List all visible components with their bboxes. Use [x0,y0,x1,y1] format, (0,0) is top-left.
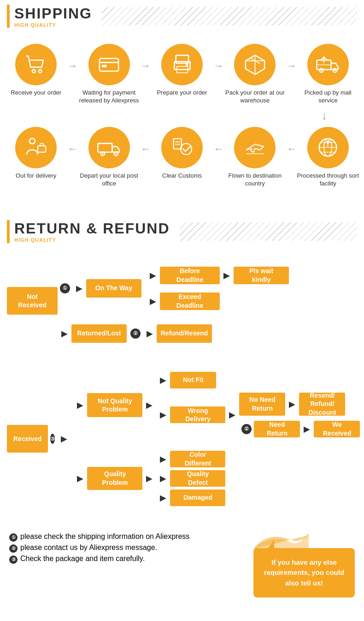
arrow-down-connector: ↓ [5,109,359,122]
step-prepare-label: Prepare your order [157,89,207,97]
return-title-block: RETURN & REFUND HIGH QUALITY [14,220,170,243]
step-processed-circle [307,127,349,168]
fn-text-3: Check the package and item carefully. [20,555,145,563]
step-receive-circle [15,44,57,85]
footnote-1: ① please check the shipping information … [9,532,244,542]
svg-rect-2 [102,65,106,67]
arrow-to-we-received: ▶ [304,424,310,434]
arrow-3-4: → [213,60,223,72]
pls-wait-box: Pls wait kindly [234,267,289,284]
arrow-not-quality: ▶ [77,400,83,410]
footnotes-section: ① please check the shipping information … [9,531,244,566]
on-the-way-row: ▶ On The Way ▶ Before Deadline ▶ Pls wai… [72,263,289,314]
arrow-2-3: → [141,60,151,72]
arrow-to-ontheway: ▶ [76,283,82,293]
exceed-deadline-row: ▶ Exceed Deadline [146,293,289,310]
arrow-not-fit: ▶ [160,375,166,385]
bottom-section: ① please check the shipping information … [0,526,364,607]
step-pack-label: Pack your order at our warehouse [223,89,286,105]
arrow-r2-3: → [213,143,223,155]
badge-2b: ② [241,424,252,434]
svg-point-6 [186,63,188,66]
return-sub-title: HIGH QUALITY [14,237,170,243]
no-need-return-box: No Need Return [239,393,285,416]
fn-text-2: please contact us by Aliexpress message. [20,543,157,552]
step-receive: Receive your order [5,44,67,97]
arrow-4-5: → [287,60,297,72]
print-icon [170,52,195,78]
not-fit-box: Not Fit [170,372,216,388]
badge-2a: ② [130,328,141,339]
svg-point-29 [181,143,192,155]
fn-text-1: please check the shipping information on… [20,532,189,541]
delivery-truck-icon [315,52,341,78]
step-pickup: Picked up by mail service [297,44,359,105]
step-customs: Clear Customs [151,127,213,180]
before-deadline-row: ▶ Before Deadline ▶ Pls wait kindly [146,267,289,284]
shipping-header: SHIPPING HIGH QUALITY [0,0,364,32]
fn-badge-2: ② [9,544,18,553]
globe-icon [315,135,341,160]
arrow-to-resend: ▶ [289,399,295,409]
arrow-1-2: → [67,60,77,72]
step-outdelivery: Out for delivery [5,127,67,180]
step-flown-label: Flown to destination country [223,172,286,188]
step-flown: Flown to destination country [223,127,286,188]
bubble-text: If you have any else requirements, you c… [264,558,344,587]
not-received-box: Not Received [7,287,58,315]
before-deadline-box: Before Deadline [160,267,220,284]
arrow-damaged: ▶ [160,493,166,503]
we-received-box: We Received [314,421,360,437]
step-outdelivery-circle [15,127,57,168]
header-hatching [101,7,357,25]
step-receive-label: Receive your order [11,89,61,97]
fn-badge-3: ③ [9,555,18,564]
arrow-r2-2: → [141,143,151,155]
bubble-tail-shape [253,531,309,549]
step-depart-label: Depart your local post office [77,172,140,188]
step-flown-circle [234,127,276,168]
arrow-to-quality-branch: ▶ [61,434,67,444]
step-waiting-circle [88,44,130,85]
return-header-bar [7,220,10,243]
svg-point-12 [321,69,322,71]
arrow-nq-sub: ▶ [146,400,153,410]
svg-point-36 [326,140,329,143]
need-return-box: Need Return [254,421,300,437]
not-received-flow: Not Received ① ▶ On The Way ▶ Before Dea… [0,250,364,361]
damaged-box: Damaged [170,490,225,506]
step-processed-label: Processed through sort facility [297,172,359,188]
footnote-3: ③ Check the package and item carefully. [9,555,244,564]
step-outdelivery-label: Out for delivery [16,172,56,180]
svg-point-16 [29,138,35,144]
arrow-to-return-options: ▶ [229,410,235,420]
person-delivery-icon [23,135,49,160]
arrow-r2-4: → [287,143,297,155]
arrow-pls-wait: ▶ [223,270,230,281]
received-flow: Received ③ ▶ ▶ Not Quality Problem ▶ ▶ N… [0,366,364,512]
shipping-title-block: SHIPPING HIGH QUALITY [14,5,92,28]
flow-row-1: Receive your order → Waiting for payment… [5,44,359,105]
step-prepare: Prepare your order [151,44,213,97]
step-customs-label: Clear Customs [162,172,202,180]
customs-icon [170,135,195,160]
returned-lost-box: Returned/Lost [71,324,127,343]
arrow-color-different: ▶ [160,454,166,464]
step-depart: Depart your local post office [77,127,140,188]
exceed-deadline-box: Exceed Deadline [160,293,220,310]
step-pickup-circle [307,44,349,85]
quality-defect-box: Quality Defect [170,470,225,487]
return-header-hatching [179,222,357,241]
color-different-box: Color Different [170,451,225,467]
bubble-section: If you have any else requirements, you c… [253,531,355,598]
step-pickup-label: Picked up by mail service [297,89,359,105]
arrow-exceed-deadline: ▶ [150,296,156,306]
shipping-main-title: SHIPPING [14,5,92,22]
flow-row-2: Out for delivery → Depart your local pos… [5,127,359,188]
not-quality-box: Not Quality Problem [87,393,142,417]
payment-icon [96,52,122,78]
truck-icon [96,135,122,160]
svg-point-23 [102,153,103,155]
return-main-title: RETURN & REFUND [14,220,170,237]
footnote-2: ② please contact us by Aliexpress messag… [9,543,244,553]
